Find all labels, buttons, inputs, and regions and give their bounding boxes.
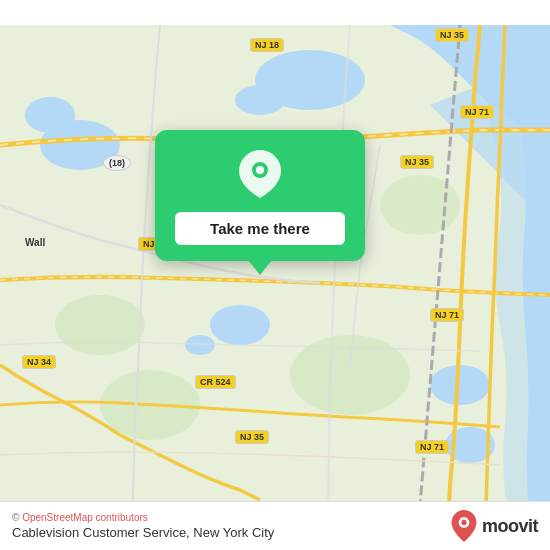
road-badge-nj71-top: NJ 71 <box>460 105 494 119</box>
location-pin-icon <box>234 148 286 200</box>
road-badge-nj35-top: NJ 35 <box>435 28 469 42</box>
osm-prefix: © <box>12 512 22 523</box>
svg-point-16 <box>461 520 466 525</box>
map-background <box>0 0 550 550</box>
svg-point-3 <box>210 305 270 345</box>
svg-point-12 <box>55 295 145 355</box>
moovit-brand-text: moovit <box>482 516 538 537</box>
svg-point-14 <box>256 166 264 174</box>
location-name: Cablevision Customer Service, New York C… <box>12 525 274 540</box>
road-badge-rt18: (18) <box>103 155 131 171</box>
road-badge-nj34: NJ 34 <box>22 355 56 369</box>
road-badge-cr524: CR 524 <box>195 375 236 389</box>
moovit-pin-icon <box>450 510 478 542</box>
map-container: NJ 18 NJ 35 NJ 71 NJ 35 NJ 138 (18) NJ 7… <box>0 0 550 550</box>
svg-point-8 <box>25 97 75 133</box>
svg-point-2 <box>235 85 285 115</box>
road-badge-nj18: NJ 18 <box>250 38 284 52</box>
bottom-bar: © OpenStreetMap contributors Cablevision… <box>0 501 550 550</box>
osm-link[interactable]: OpenStreetMap contributors <box>22 512 148 523</box>
road-badge-nj71-bot: NJ 71 <box>415 440 449 454</box>
popup-card: Take me there <box>155 130 365 261</box>
road-badge-nj35-bot: NJ 35 <box>235 430 269 444</box>
place-label-wall: Wall <box>25 237 45 248</box>
take-me-there-button[interactable]: Take me there <box>175 212 345 245</box>
moovit-logo: moovit <box>450 510 538 542</box>
road-badge-nj35-mid: NJ 35 <box>400 155 434 169</box>
osm-attribution: © OpenStreetMap contributors <box>12 512 274 523</box>
svg-point-5 <box>430 365 490 405</box>
road-badge-nj71-mid: NJ 71 <box>430 308 464 322</box>
bottom-info: © OpenStreetMap contributors Cablevision… <box>12 512 274 540</box>
